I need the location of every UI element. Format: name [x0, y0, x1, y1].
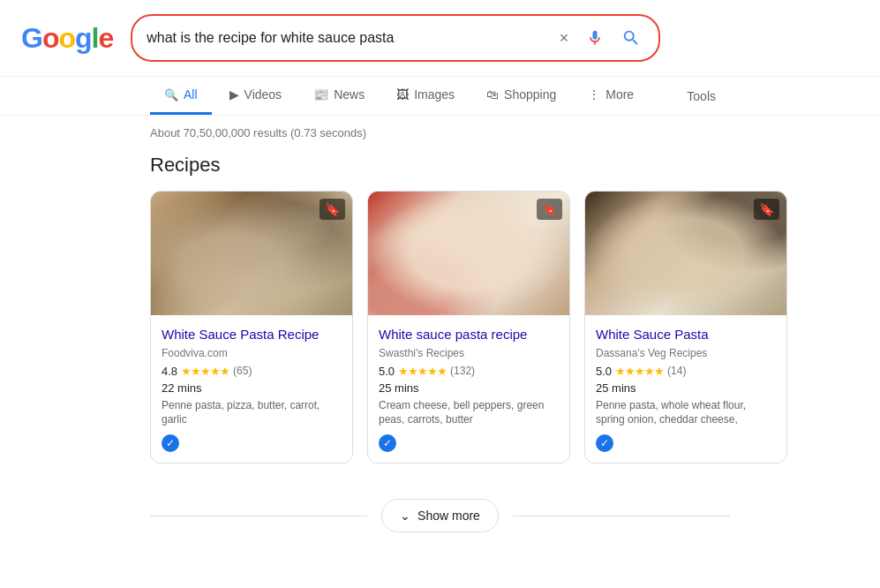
tab-videos[interactable]: ▶ Videos	[215, 77, 297, 115]
recipe-cards: 🔖 White Sauce Pasta Recipe Foodviva.com …	[150, 191, 730, 464]
card-title-2[interactable]: White sauce pasta recipe	[379, 326, 559, 343]
nav-tabs: 🔍 All ▶ Videos 📰 News 🖼 Images 🛍 Shoppin…	[0, 77, 880, 116]
tab-shopping-label: Shopping	[504, 87, 556, 102]
search-bar[interactable]: ×	[131, 14, 660, 62]
card-content-2: White sauce pasta recipe Swasthi's Recip…	[368, 315, 569, 463]
rating-count-1: (65)	[233, 365, 252, 377]
verified-icon-2: ✓	[379, 434, 396, 452]
logo-letter-o2: o	[58, 22, 75, 54]
card-ingredients-3: Penne pasta, whole wheat flour, spring o…	[596, 398, 776, 428]
rating-number-2: 5.0	[379, 365, 395, 378]
card-source-2: Swasthi's Recipes	[379, 347, 559, 359]
tab-all-label: All	[184, 87, 198, 102]
show-more-line-left	[150, 516, 367, 516]
logo-letter-e: e	[98, 22, 113, 54]
header: Google ×	[0, 0, 880, 77]
tab-more-label: More	[605, 87, 634, 102]
tools-button[interactable]: Tools	[673, 79, 730, 114]
card-time-3: 25 mins	[596, 381, 776, 395]
verified-icon-3: ✓	[596, 434, 613, 452]
card-ingredients-2: Cream cheese, bell peppers, green peas, …	[379, 398, 559, 428]
search-icons: ×	[556, 25, 645, 51]
logo-letter-o1: o	[42, 22, 59, 54]
tab-news[interactable]: 📰 News	[299, 77, 379, 115]
card-source-3: Dassana's Veg Recipes	[596, 347, 776, 359]
show-more-line-right	[513, 516, 730, 516]
tab-shopping[interactable]: 🛍 Shopping	[472, 77, 570, 115]
rating-count-2: (132)	[450, 365, 475, 377]
tab-images[interactable]: 🖼 Images	[382, 77, 469, 115]
results-count-text: About 70,50,00,000 results (0.73 seconds…	[150, 126, 366, 139]
card-title-3[interactable]: White Sauce Pasta	[596, 326, 776, 343]
search-input[interactable]	[147, 30, 546, 46]
search-button[interactable]	[618, 25, 644, 51]
bookmark-button-3[interactable]: 🔖	[754, 199, 779, 220]
images-icon: 🖼	[396, 87, 409, 102]
card-rating-3: 5.0 ★★★★★ (14)	[596, 365, 776, 378]
recipes-heading: Recipes	[150, 154, 730, 177]
card-image-container-1: 🔖	[151, 192, 352, 315]
verified-icon-1: ✓	[162, 434, 179, 452]
recipes-section: Recipes 🔖 White Sauce Pasta Recipe Foodv…	[0, 147, 880, 481]
card-image-container-2: 🔖	[368, 192, 569, 315]
recipe-card-2: 🔖 White sauce pasta recipe Swasthi's Rec…	[367, 191, 570, 464]
card-rating-2: 5.0 ★★★★★ (132)	[379, 365, 559, 378]
show-more-container: ⌄ Show more	[0, 481, 880, 550]
card-ingredients-1: Penne pasta, pizza, butter, carrot, garl…	[162, 398, 342, 428]
shopping-icon: 🛍	[486, 87, 499, 102]
stars-2: ★★★★★	[398, 365, 447, 378]
clear-button[interactable]: ×	[556, 26, 573, 51]
card-image-container-3: 🔖	[585, 192, 786, 315]
mic-icon	[586, 29, 604, 47]
show-more-button[interactable]: ⌄ Show more	[381, 499, 499, 532]
bookmark-button-1[interactable]: 🔖	[320, 199, 345, 220]
card-title-1[interactable]: White Sauce Pasta Recipe	[162, 326, 342, 343]
mic-button[interactable]	[583, 26, 607, 50]
card-rating-1: 4.8 ★★★★★ (65)	[162, 365, 342, 378]
news-icon: 📰	[313, 87, 328, 102]
show-more-label: Show more	[417, 509, 480, 523]
logo-letter-g2: g	[75, 22, 92, 54]
google-logo: Google	[21, 22, 113, 55]
rating-number-1: 4.8	[162, 365, 177, 378]
card-content-3: White Sauce Pasta Dassana's Veg Recipes …	[585, 315, 786, 463]
card-time-2: 25 mins	[379, 381, 559, 395]
card-source-1: Foodviva.com	[162, 347, 342, 359]
stars-1: ★★★★★	[181, 365, 229, 378]
all-icon: 🔍	[164, 88, 178, 102]
tab-images-label: Images	[414, 87, 455, 102]
rating-count-3: (14)	[667, 365, 686, 377]
rating-number-3: 5.0	[596, 365, 612, 378]
card-time-1: 22 mins	[162, 381, 342, 395]
logo-letter-g: G	[21, 22, 42, 54]
card-content-1: White Sauce Pasta Recipe Foodviva.com 4.…	[151, 315, 352, 463]
recipe-card-3: 🔖 White Sauce Pasta Dassana's Veg Recipe…	[584, 191, 787, 464]
recipe-card-1: 🔖 White Sauce Pasta Recipe Foodviva.com …	[150, 191, 353, 464]
chevron-down-icon: ⌄	[400, 509, 410, 523]
stars-3: ★★★★★	[615, 365, 664, 378]
search-icon	[621, 28, 641, 48]
tab-all[interactable]: 🔍 All	[150, 77, 212, 115]
bookmark-button-2[interactable]: 🔖	[537, 199, 562, 220]
more-icon: ⋮	[588, 87, 600, 102]
tab-news-label: News	[334, 87, 365, 102]
results-count: About 70,50,00,000 results (0.73 seconds…	[0, 116, 880, 147]
tab-videos-label: Videos	[244, 87, 282, 102]
tab-more[interactable]: ⋮ More	[574, 77, 648, 115]
videos-icon: ▶	[229, 87, 239, 102]
